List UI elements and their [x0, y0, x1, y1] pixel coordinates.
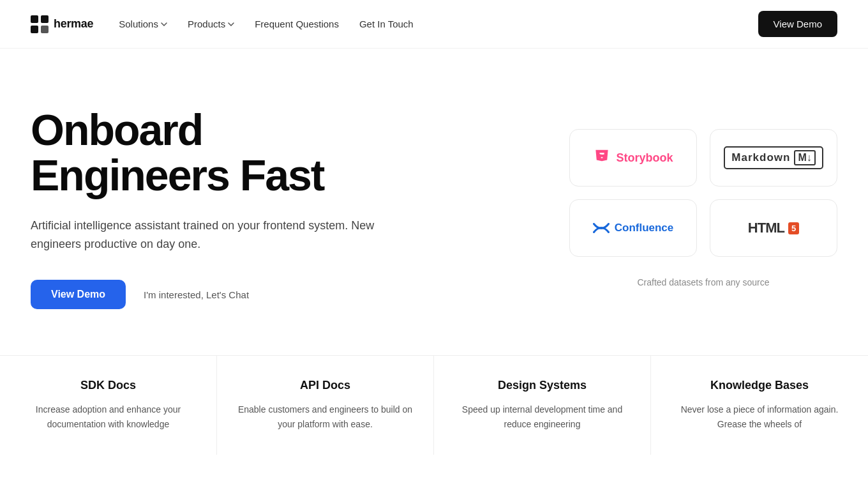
- card-sdk-docs-title: SDK Docs: [20, 379, 196, 392]
- logo-icon: [31, 15, 49, 33]
- confluence-label: Confluence: [615, 222, 674, 234]
- chevron-down-icon: [228, 22, 234, 26]
- crafted-text: Crafted datasets from any source: [638, 277, 770, 287]
- nav-left: hermae Solutions Products Frequent Quest…: [31, 15, 414, 33]
- svg-rect-2: [31, 26, 38, 33]
- card-sdk-docs-body: Increase adoption and enhance your docum…: [20, 402, 196, 432]
- hero-actions: View Demo I'm interested, Let's Chat: [31, 280, 401, 309]
- nav-view-demo-button[interactable]: View Demo: [758, 11, 837, 37]
- svg-rect-3: [41, 26, 49, 33]
- card-design-systems-body: Speed up internal development time and r…: [454, 402, 630, 432]
- hero-right: Storybook Markdown M↓ Confluence: [569, 129, 837, 287]
- storybook-icon: [593, 149, 611, 167]
- card-design-systems: Design Systems Speed up internal develop…: [434, 356, 651, 455]
- logo[interactable]: hermae: [31, 15, 93, 33]
- chevron-down-icon: [161, 22, 167, 26]
- storybook-logo-card: Storybook: [569, 129, 697, 187]
- html5-logo: HTML 5: [748, 220, 799, 236]
- card-api-docs-title: API Docs: [237, 379, 413, 392]
- markdown-logo-card: Markdown M↓: [710, 129, 837, 187]
- hero-view-demo-button[interactable]: View Demo: [31, 280, 126, 309]
- markdown-text: Markdown: [731, 151, 790, 164]
- html5-logo-card: HTML 5: [710, 199, 837, 257]
- nav-links: Solutions Products Frequent Questions Ge…: [119, 19, 413, 29]
- navbar: hermae Solutions Products Frequent Quest…: [0, 0, 868, 49]
- hero-subtitle: Artificial intelligence assistant traine…: [31, 217, 401, 254]
- hero-left: Onboard Engineers Fast Artificial intell…: [31, 107, 401, 309]
- card-knowledge-bases-body: Never lose a piece of information again.…: [671, 402, 848, 432]
- card-design-systems-title: Design Systems: [454, 379, 630, 392]
- nav-contact[interactable]: Get In Touch: [359, 19, 414, 29]
- cards-section: SDK Docs Increase adoption and enhance y…: [0, 355, 868, 455]
- hero-chat-link[interactable]: I'm interested, Let's Chat: [144, 289, 249, 300]
- confluence-logo: Confluence: [593, 220, 674, 236]
- svg-rect-1: [41, 15, 49, 23]
- hero-section: Onboard Engineers Fast Artificial intell…: [0, 49, 868, 355]
- storybook-label: Storybook: [616, 151, 673, 165]
- hero-title: Onboard Engineers Fast: [31, 107, 401, 199]
- html5-text: HTML: [748, 220, 784, 236]
- confluence-logo-card: Confluence: [569, 199, 697, 257]
- logo-text: hermae: [54, 17, 93, 31]
- storybook-logo: Storybook: [593, 149, 673, 167]
- card-api-docs-body: Enable customers and engineers to build …: [237, 402, 413, 432]
- nav-faq[interactable]: Frequent Questions: [255, 19, 339, 29]
- markdown-logo: Markdown M↓: [724, 146, 823, 169]
- card-api-docs: API Docs Enable customers and engineers …: [217, 356, 434, 455]
- card-knowledge-bases: Knowledge Bases Never lose a piece of in…: [651, 356, 868, 455]
- markdown-badge: M↓: [794, 150, 815, 165]
- nav-products[interactable]: Products: [188, 19, 234, 29]
- logos-grid: Storybook Markdown M↓ Confluence: [569, 129, 837, 257]
- card-knowledge-bases-title: Knowledge Bases: [671, 379, 848, 392]
- confluence-icon: [593, 220, 610, 236]
- html5-badge: 5: [788, 222, 799, 234]
- svg-rect-0: [31, 15, 38, 23]
- card-sdk-docs: SDK Docs Increase adoption and enhance y…: [0, 356, 217, 455]
- nav-solutions[interactable]: Solutions: [119, 19, 167, 29]
